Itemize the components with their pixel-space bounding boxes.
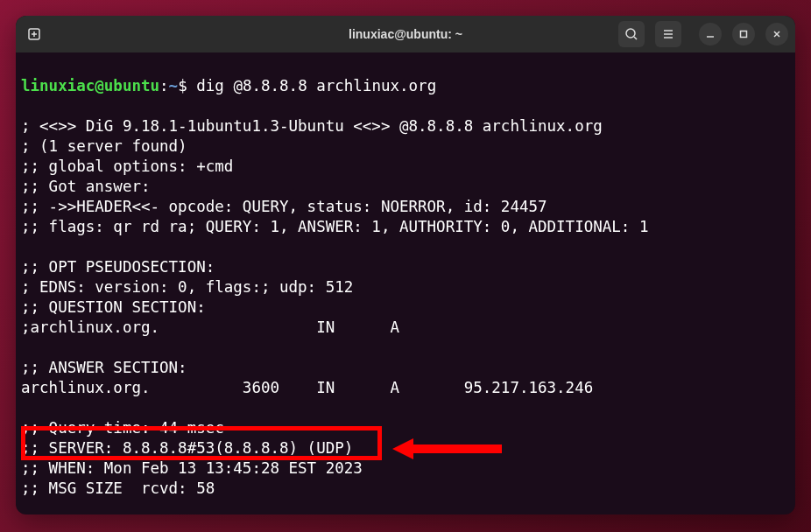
output-line: ;archlinux.org. IN A: [21, 318, 399, 336]
svg-line-4: [634, 37, 637, 39]
output-line: ;; ANSWER SECTION:: [21, 359, 187, 376]
maximize-button[interactable]: [732, 23, 755, 46]
minimize-button[interactable]: [699, 23, 722, 46]
output-line: ; (1 server found): [21, 137, 187, 155]
prompt-line: linuxiac@ubuntu:~$ dig @8.8.8.8 archlinu…: [21, 77, 436, 94]
output-line: ;; ->>HEADER<<- opcode: QUERY, status: N…: [21, 198, 547, 215]
titlebar: linuxiac@ubuntu: ~: [16, 16, 795, 52]
prompt-dollar: $: [178, 77, 187, 94]
close-button[interactable]: [765, 23, 788, 46]
new-tab-button[interactable]: [23, 22, 47, 46]
hamburger-icon: [661, 27, 675, 41]
close-icon: [772, 29, 782, 39]
titlebar-right: [618, 21, 788, 47]
output-line: ;; OPT PSEUDOSECTION:: [21, 258, 215, 276]
window-title: linuxiac@ubuntu: ~: [349, 27, 462, 41]
menu-button[interactable]: [655, 21, 681, 47]
new-tab-icon: [27, 26, 43, 42]
svg-point-3: [626, 29, 635, 38]
output-line: ;; flags: qr rd ra; QUERY: 1, ANSWER: 1,…: [21, 218, 648, 235]
output-line: ;; MSG SIZE rcvd: 58: [21, 480, 215, 497]
output-line: ;; global options: +cmd: [21, 158, 233, 175]
command-text: dig @8.8.8.8 archlinux.org: [196, 77, 436, 94]
prompt-colon: :: [159, 77, 169, 94]
svg-marker-13: [392, 438, 413, 459]
window-controls: [699, 23, 788, 46]
minimize-icon: [705, 29, 716, 39]
terminal-window: linuxiac@ubuntu: ~: [16, 16, 795, 514]
output-line: ;; WHEN: Mon Feb 13 13:45:28 EST 2023: [21, 459, 363, 477]
output-line: ; EDNS: version: 0, flags:; udp: 512: [21, 278, 353, 296]
output-line: ; <<>> DiG 9.18.1-1ubuntu1.3-Ubuntu <<>>…: [21, 117, 603, 135]
output-line-highlighted: ;; SERVER: 8.8.8.8#53(8.8.8.8) (UDP): [21, 439, 353, 457]
output-line: ;; Query time: 44 msec: [21, 419, 224, 437]
titlebar-left: [23, 22, 47, 46]
search-icon: [624, 27, 638, 41]
svg-rect-9: [741, 32, 747, 38]
terminal-body[interactable]: linuxiac@ubuntu:~$ dig @8.8.8.8 archlinu…: [16, 52, 795, 514]
prompt-user-host: linuxiac@ubuntu: [21, 77, 159, 94]
arrow-annotation: [392, 436, 506, 462]
prompt-path: ~: [169, 77, 179, 94]
maximize-icon: [738, 29, 749, 39]
search-button[interactable]: [618, 21, 645, 47]
output-line: archlinux.org. 3600 IN A 95.217.163.246: [21, 379, 593, 396]
output-line: ;; Got answer:: [21, 178, 151, 195]
output-line: ;; QUESTION SECTION:: [21, 298, 206, 316]
